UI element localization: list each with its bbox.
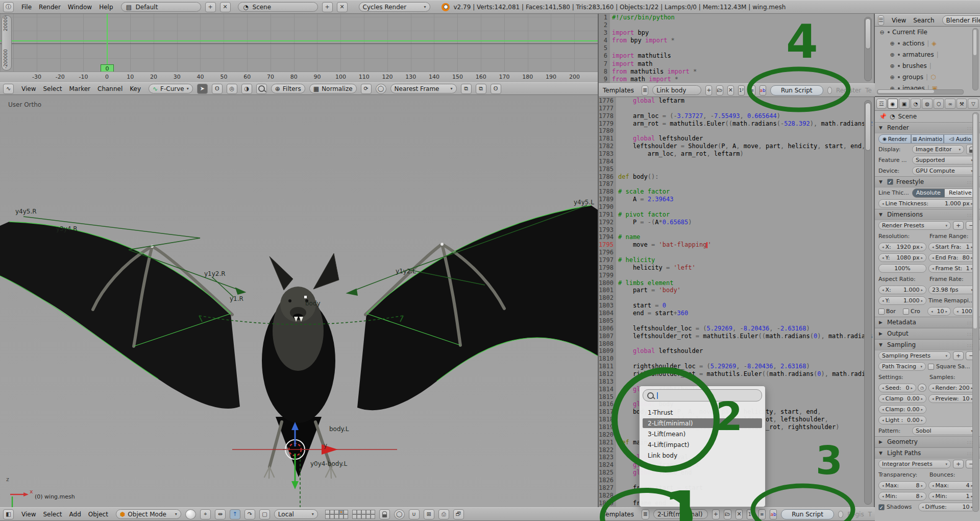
layer-toggle[interactable] [366,514,371,519]
min--field[interactable]: ◂Min:8▸ [878,492,926,501]
rotate-manipulator-icon[interactable]: ↷ [244,509,255,519]
code-line-1787[interactable]: 1787 [599,180,874,188]
audio-button[interactable]: ◁)Audio [944,134,976,144]
code-line-6[interactable]: 6import mathutils [599,52,874,60]
syntax-highlight-toggle-icon[interactable]: ab [760,85,766,96]
ghost-icon[interactable]: ʘ [491,84,501,94]
editor-type-3dview-icon[interactable]: ◧ [3,509,14,519]
templates-menu[interactable]: Templates [602,87,638,94]
tab-render-layers[interactable]: ▣ [899,99,910,109]
outliner-vscrollbar[interactable] [972,28,978,90]
code-line-4[interactable]: 4from bpy import * [599,37,874,44]
editor-type-info-icon[interactable]: ⓘ [3,2,14,12]
layer-toggle[interactable] [339,510,344,514]
expand-icon[interactable]: ⊕ [889,52,895,58]
new-text-button[interactable]: + [705,85,712,96]
panel-dimensions[interactable]: ▼Dimensions:::: [875,209,980,220]
graph-menu-key[interactable]: Key [126,85,144,92]
snap-element-icon[interactable]: ⊞ [424,509,434,519]
dropdown-item-4-lift-impact-[interactable]: 4-Lift(impact) [643,440,762,449]
select-cursor-icon[interactable]: ➤ [197,84,208,94]
pin-icon[interactable]: 📌 [879,113,887,120]
orientation-select[interactable]: Local▾ [274,509,318,519]
code-line-1786[interactable]: 1786def body(): [599,173,874,181]
code-line-1792[interactable]: 1792 P = -(A*0.65685) [599,219,874,226]
code-line-1789[interactable]: 1789 A = 2.39643 [599,196,874,203]
normalize-button[interactable]: ▦Normalize [309,84,357,93]
graph-mode-select[interactable]: ∿ F-Curve▾ [149,84,193,93]
viewport-menu-select[interactable]: Select [39,511,65,518]
code-line-1811[interactable]: 1811 rightshoulder_loc = (5.29269, -8.20… [599,363,874,370]
manipulate-centers-icon[interactable]: ⇹ [215,509,226,519]
text-datablock-icon[interactable]: ≣ [642,85,648,96]
code-line-1785[interactable]: 1785 [599,165,874,173]
templates-menu[interactable]: Templates [602,511,638,518]
code-line-1802[interactable]: 1802 [599,294,874,302]
render-presets-select[interactable]: Render Presets▾ [878,221,951,230]
layer-toggle[interactable] [371,514,375,519]
copy-keyframes-icon[interactable]: ⧉ [461,84,472,94]
graph-menu-view[interactable]: View [18,85,39,92]
shadows-checkbox[interactable]: ✓ [878,504,885,510]
clamp--field[interactable]: ◂Clamp:0.00▸ [878,405,926,414]
add-layout-button[interactable]: + [205,2,216,12]
code-line-1810[interactable]: 1810 [599,355,874,363]
layer-grid-b[interactable] [352,510,375,519]
close-scene-button[interactable]: ✕ [337,2,348,12]
translate-manipulator-icon[interactable]: ↑ [230,509,240,519]
code-line-1778[interactable]: 1778 arm_loc = (-3.73727, -7.55493, 0.66… [599,112,874,120]
code-line-1796[interactable]: 1796 [599,249,874,256]
refresh-icon[interactable]: ⟳ [361,84,372,94]
device--select[interactable]: GPU Compute▾ [912,167,976,175]
code-line-1812[interactable]: 1812 rightshoulder_rot = mathutils.Euler… [599,370,874,378]
integrator-select[interactable]: Path Tracing▾ [878,362,926,371]
normalize-icon-button[interactable]: ◑ [241,84,252,94]
graph-frame-ruler[interactable]: -30-20-100102030405060708090100110120130… [0,72,598,83]
code-line-5[interactable]: 5 [599,44,874,52]
code-line-1777[interactable]: 1777 [599,105,874,112]
filters-button[interactable]: ⊕Filters [271,84,305,93]
absolute-toggle[interactable]: Absolute [912,188,945,198]
add-preset-button[interactable]: + [953,351,964,360]
text-editor-top[interactable]: 1#!/usr/bin/python23import bpy4from bpy … [599,14,875,83]
tab-modifiers[interactable]: ⚒ [957,99,967,109]
outliner-display-mode[interactable]: Blender File [942,15,980,25]
layer-toggle[interactable] [325,514,330,519]
properties-scrollbar[interactable] [972,112,979,512]
code-line-1800[interactable]: 1800# limbs element [599,279,874,287]
layer-toggle[interactable] [334,510,339,514]
layer-toggle[interactable] [344,510,348,514]
code-line-1808[interactable]: 1808 [599,340,874,348]
min--field[interactable]: ◂Min:1▸ [928,492,976,501]
code-line-1797[interactable]: 1797# helicity [599,256,874,264]
code-line-1788[interactable]: 1788# scale factor [599,188,874,196]
layer-toggle[interactable] [357,514,361,519]
animatio-button[interactable]: ▤Animatio [911,134,944,144]
panel-output[interactable]: ▶Output:::: [875,328,980,339]
layer-toggle[interactable] [339,514,344,519]
mode-select[interactable]: ⬢Object Mode▾ [116,509,181,519]
scale-manipulator-icon[interactable]: ▢ [259,509,270,519]
run-script-button-top[interactable]: Run Script [770,85,823,96]
layer-toggle[interactable] [344,514,348,519]
layer-toggle[interactable] [371,510,375,514]
frame-st--field[interactable]: ◂Frame St:1▸ [928,264,976,273]
layer-toggle[interactable] [334,514,339,519]
word-wrap-toggle-icon[interactable]: ≡ [758,509,766,519]
syntax-highlight-toggle-icon[interactable]: ab [770,509,777,519]
fcurve-line[interactable] [0,40,598,41]
editor-type-properties-icon[interactable]: ☲ [876,99,887,109]
tab-object-data[interactable]: ▽ [968,99,978,109]
layer-toggle[interactable] [357,510,361,514]
code-line-1805[interactable]: 1805 [599,317,874,325]
layer-toggle[interactable] [361,514,366,519]
code-line-1804[interactable]: 1804 end = start+360 [599,310,874,317]
code-line-1803[interactable]: 1803 start = 0 [599,302,874,310]
tab-scene[interactable]: ◔ [911,99,921,109]
outliner-menu-search[interactable]: Search [910,17,938,24]
code-line-1782[interactable]: 1782 leftshoulder = Shoulder(P, A, move,… [599,143,874,150]
screen-layout-selector[interactable]: ▤ Default [121,2,201,12]
expand-icon[interactable]: ⊕ [889,40,895,47]
paste-keyframes-icon[interactable]: ⧉ [476,84,486,94]
text-name-field[interactable]: 2-Lift(minimal) [653,509,708,519]
